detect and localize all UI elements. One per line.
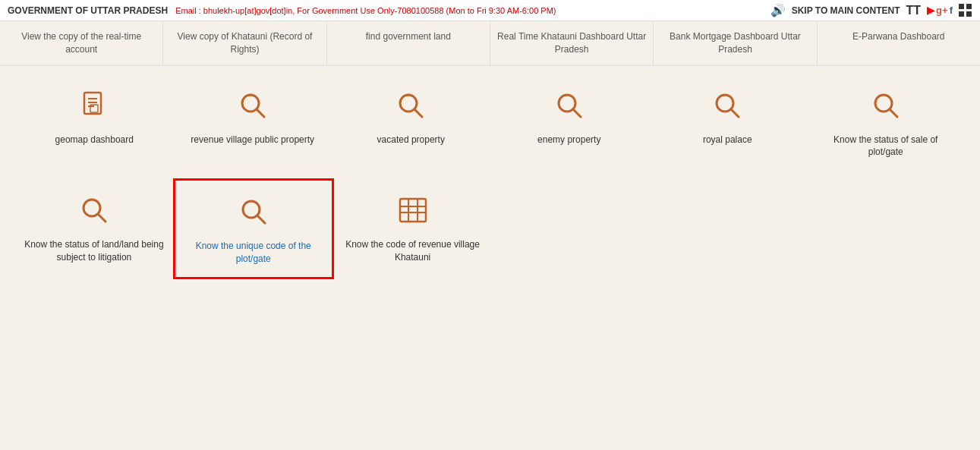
- nav-card-eparwana[interactable]: E-Parwana Dashboard: [818, 21, 980, 65]
- svg-line-8: [414, 109, 422, 117]
- tile-unique-code[interactable]: Know the unique code of the plot/gate: [173, 178, 334, 279]
- svg-line-16: [98, 214, 106, 222]
- svg-line-12: [731, 109, 739, 117]
- facebook-icon[interactable]: f: [950, 5, 953, 16]
- nav-cards: View the copy of the real-time account V…: [0, 21, 980, 66]
- tiles-row-2: Know the status of land/land being subje…: [15, 178, 965, 279]
- tile-vacated-label: vacated property: [377, 134, 445, 146]
- social-icons: ▶ g+ f: [927, 5, 953, 16]
- svg-rect-19: [400, 199, 426, 222]
- table-icon: [397, 194, 429, 231]
- tile-litigation[interactable]: Know the status of land/land being subje…: [15, 178, 173, 279]
- tile-enemy-label: enemy property: [537, 134, 600, 146]
- tile-sale-status[interactable]: Know the status of sale of plot/gate: [807, 74, 966, 172]
- tile-royal-label: royal palace: [703, 134, 752, 146]
- top-bar-right: 🔊 SKIP TO MAIN CONTENT TT ▶ g+ f: [770, 3, 972, 17]
- email-text: Email : bhulekh-up[at]gov[dot]in, For Go…: [175, 6, 763, 15]
- top-bar: GOVERNMENT OF UTTAR PRADESH Email : bhul…: [0, 0, 980, 21]
- search-icon-5: [870, 90, 902, 126]
- search-icon-1: [237, 90, 269, 126]
- tile-rv-code[interactable]: Know the code of revenue village Khataun…: [334, 178, 492, 279]
- tile-rv-code-label: Know the code of revenue village Khataun…: [342, 238, 484, 264]
- tile-unique-code-label: Know the unique code of the plot/gate: [183, 240, 324, 266]
- search-icon-6: [78, 194, 110, 231]
- nav-card-realtime[interactable]: View the copy of the real-time account: [0, 21, 163, 65]
- tile-litigation-label: Know the status of land/land being subje…: [24, 238, 165, 264]
- tile-vacated[interactable]: vacated property: [332, 74, 490, 172]
- search-icon-7: [238, 196, 269, 232]
- tile-geomap[interactable]: geomap dashboard: [15, 74, 174, 172]
- search-icon-3: [553, 90, 585, 126]
- youtube-icon[interactable]: ▶: [927, 5, 934, 16]
- gov-label: GOVERNMENT OF UTTAR PRADESH: [8, 5, 168, 16]
- nav-card-khatauni[interactable]: View copy of Khatauni (Record of Rights): [163, 21, 326, 65]
- speaker-icon[interactable]: 🔊: [770, 3, 786, 17]
- text-size-icon[interactable]: TT: [906, 4, 922, 17]
- search-icon-4: [711, 90, 743, 126]
- nav-card-rt-dashboard[interactable]: Real Time Khatauni Dashboard Uttar Prade…: [490, 21, 654, 65]
- nav-card-bank-mortgage[interactable]: Bank Mortgage Dashboard Uttar Pradesh: [654, 21, 817, 65]
- tile-sale-label: Know the status of sale of plot/gate: [815, 134, 957, 159]
- tile-empty-3: [807, 178, 965, 279]
- search-icon-2: [395, 90, 427, 126]
- svg-line-6: [257, 109, 264, 117]
- tile-geomap-label: geomap dashboard: [55, 134, 134, 146]
- svg-line-10: [573, 109, 581, 117]
- nav-card-govland[interactable]: find government land: [327, 21, 490, 65]
- skip-to-main[interactable]: SKIP TO MAIN CONTENT: [792, 5, 900, 16]
- tile-revenue-village[interactable]: revenue village public property: [174, 74, 332, 172]
- tiles-row-1: geomap dashboard revenue village public …: [15, 74, 965, 172]
- grid-view-icon[interactable]: [959, 4, 972, 17]
- tile-empty-2: [649, 178, 807, 279]
- tile-royal[interactable]: royal palace: [648, 74, 807, 172]
- svg-line-14: [890, 109, 897, 117]
- googleplus-icon[interactable]: g+: [936, 5, 948, 16]
- tile-empty-1: [491, 178, 649, 279]
- tile-enemy[interactable]: enemy property: [490, 74, 649, 172]
- tile-revenue-label: revenue village public property: [191, 134, 314, 146]
- main-content: geomap dashboard revenue village public …: [0, 66, 980, 294]
- doc-icon: [78, 90, 110, 126]
- svg-line-18: [257, 216, 265, 223]
